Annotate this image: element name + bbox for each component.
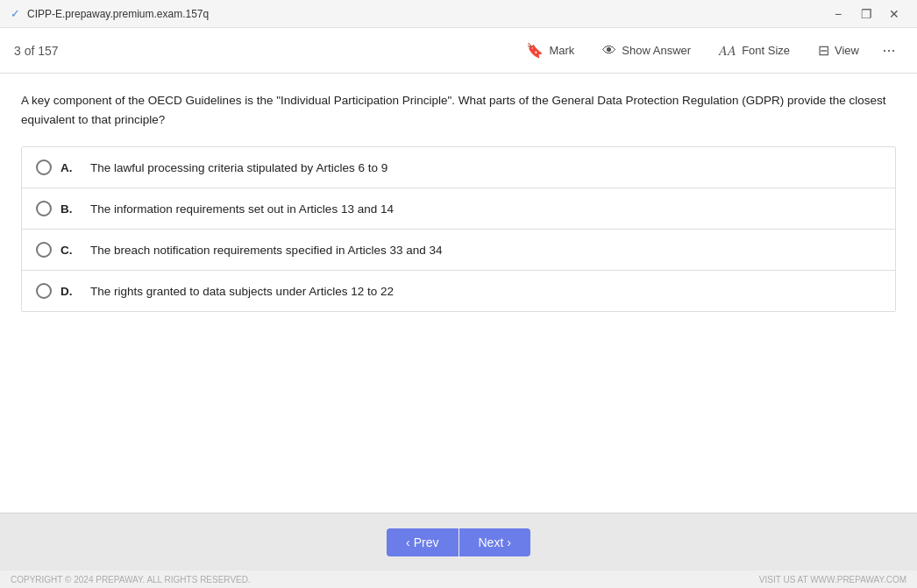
font-size-icon: 𝐴𝐴 xyxy=(719,43,736,59)
prev-label: Prev xyxy=(414,535,439,549)
option-letter: D. xyxy=(60,285,78,298)
next-button[interactable]: Next › xyxy=(459,528,530,556)
option-letter: C. xyxy=(60,244,78,257)
question-counter: 3 of 157 xyxy=(14,44,514,58)
option-item[interactable]: D.The rights granted to data subjects un… xyxy=(22,271,895,311)
option-radio xyxy=(36,283,52,299)
option-text: The lawful processing criteria stipulate… xyxy=(90,161,387,174)
prev-button[interactable]: ‹ Prev xyxy=(387,528,458,556)
option-text: The information requirements set out in … xyxy=(90,202,394,216)
options-list: A.The lawful processing criteria stipula… xyxy=(21,146,896,312)
font-size-label: Font Size xyxy=(742,44,790,57)
main-content: A key component of the OECD Guidelines i… xyxy=(0,74,917,513)
show-answer-label: Show Answer xyxy=(622,44,691,57)
more-options-button[interactable]: ··· xyxy=(875,37,903,65)
footer: COPYRIGHT © 2024 PREPAWAY. ALL RIGHTS RE… xyxy=(0,570,917,588)
option-item[interactable]: C.The breach notification requirements s… xyxy=(22,230,895,271)
titlebar: ✓ CIPP-E.prepaway.premium.exam.157q − ❐ … xyxy=(0,0,917,28)
option-radio xyxy=(36,201,52,216)
mark-button[interactable]: 🔖 Mark xyxy=(514,37,586,64)
next-chevron-icon: › xyxy=(507,535,511,549)
option-letter: B. xyxy=(60,202,78,216)
option-letter: A. xyxy=(60,161,78,174)
minimize-button[interactable]: − xyxy=(826,2,850,26)
view-button[interactable]: ⊟ View xyxy=(806,37,871,64)
footer-left: COPYRIGHT © 2024 PREPAWAY. ALL RIGHTS RE… xyxy=(11,575,251,584)
prev-chevron-icon: ‹ xyxy=(406,535,410,549)
question-text: A key component of the OECD Guidelines i… xyxy=(21,91,896,129)
font-size-button[interactable]: 𝐴𝐴 Font Size xyxy=(707,38,802,64)
option-text: The breach notification requirements spe… xyxy=(90,244,442,257)
option-radio xyxy=(36,159,52,175)
bottom-bar: ‹ Prev Next › xyxy=(0,513,917,570)
toolbar-actions: 🔖 Mark 👁 Show Answer 𝐴𝐴 Font Size ⊟ View… xyxy=(514,37,903,65)
titlebar-title: CIPP-E.prepaway.premium.exam.157q xyxy=(27,8,209,20)
option-item[interactable]: B.The information requirements set out i… xyxy=(22,188,895,230)
check-icon: ✓ xyxy=(11,7,20,20)
footer-right: VISIT US AT WWW.PREPAWAY.COM xyxy=(759,575,906,584)
view-icon: ⊟ xyxy=(818,42,829,59)
maximize-button[interactable]: ❐ xyxy=(854,2,878,26)
mark-icon: 🔖 xyxy=(526,42,544,59)
titlebar-left: ✓ CIPP-E.prepaway.premium.exam.157q xyxy=(11,7,209,20)
next-label: Next xyxy=(479,535,504,549)
view-label: View xyxy=(835,44,859,57)
option-item[interactable]: A.The lawful processing criteria stipula… xyxy=(22,147,895,188)
close-button[interactable]: ✕ xyxy=(882,2,906,26)
option-text: The rights granted to data subjects unde… xyxy=(90,285,394,298)
eye-icon: 👁 xyxy=(602,43,616,59)
toolbar: 3 of 157 🔖 Mark 👁 Show Answer 𝐴𝐴 Font Si… xyxy=(0,28,917,74)
show-answer-button[interactable]: 👁 Show Answer xyxy=(590,38,703,64)
option-radio xyxy=(36,242,52,258)
titlebar-controls: − ❐ ✕ xyxy=(826,2,906,26)
mark-label: Mark xyxy=(549,44,574,57)
